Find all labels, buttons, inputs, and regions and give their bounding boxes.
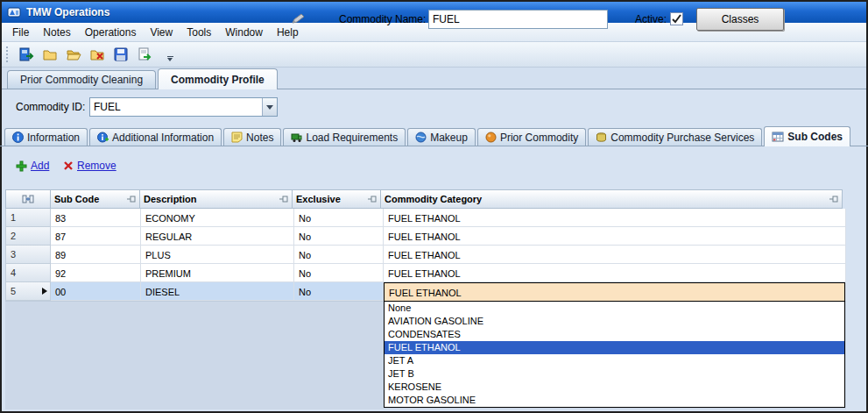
- menu-notes[interactable]: Notes: [36, 23, 77, 41]
- pin-column-icon[interactable]: [279, 195, 288, 203]
- cell-exclusive[interactable]: No: [294, 209, 384, 227]
- edit-pencil-icon[interactable]: [291, 11, 307, 25]
- tab-makeup[interactable]: Makeup: [407, 128, 476, 146]
- menu-help[interactable]: Help: [270, 23, 306, 41]
- row-selector[interactable]: 2: [5, 227, 51, 246]
- row-selector[interactable]: 5: [5, 282, 51, 301]
- menu-view[interactable]: View: [143, 23, 180, 41]
- column-header-commodity-category[interactable]: Commodity Category: [380, 189, 843, 209]
- pin-column-icon[interactable]: [368, 195, 377, 203]
- dropdown-option[interactable]: AVIATION GASOLINE: [385, 315, 844, 328]
- cell-description[interactable]: PREMIUM: [141, 264, 294, 282]
- tab-prior-commodity[interactable]: Prior Commodity: [477, 128, 586, 146]
- column-header-exclusive[interactable]: Exclusive: [292, 189, 381, 209]
- new-folder-icon: [42, 46, 58, 62]
- toolbar-overflow-button[interactable]: [165, 56, 175, 61]
- classes-button[interactable]: Classes: [696, 8, 784, 31]
- column-header-description[interactable]: Description: [139, 189, 293, 209]
- load-requirements-icon: [291, 132, 302, 143]
- commodity-name-input[interactable]: FUEL: [428, 10, 608, 29]
- dropdown-option[interactable]: JET B: [385, 367, 844, 381]
- tab-label: Information: [27, 132, 80, 144]
- commodity-id-value: FUEL: [90, 98, 262, 116]
- cell-commodity-category[interactable]: FUEL ETHANOL: [384, 209, 846, 227]
- dropdown-option[interactable]: MOTOR GASOLINE: [385, 394, 844, 407]
- open-button[interactable]: [63, 44, 84, 65]
- tab-load-requirements[interactable]: Load Requirements: [283, 128, 406, 146]
- row-selector[interactable]: 4: [5, 264, 51, 282]
- cell-sub-code[interactable]: 83: [51, 209, 141, 227]
- tab-commodity-profile[interactable]: Commodity Profile: [158, 68, 278, 89]
- grid-actions-bar: Add Remove: [0, 146, 868, 189]
- row-number: 4: [11, 267, 16, 281]
- exit-icon: [18, 46, 34, 62]
- cell-commodity-category[interactable]: FUEL ETHANOL: [384, 227, 846, 246]
- cell-sub-code[interactable]: 89: [51, 246, 141, 264]
- row-selector[interactable]: 3: [5, 246, 51, 264]
- table-row: 2 87 REGULAR No FUEL ETHANOL: [5, 227, 846, 246]
- tab-label: Makeup: [430, 132, 468, 144]
- menu-tools[interactable]: Tools: [180, 23, 218, 41]
- tab-prior-commodity-cleaning[interactable]: Prior Commodity Cleaning: [7, 70, 156, 89]
- column-chooser-header[interactable]: [5, 189, 51, 209]
- menu-file[interactable]: File: [5, 23, 36, 41]
- tab-label: Load Requirements: [306, 132, 398, 144]
- close-folder-button[interactable]: [87, 44, 108, 65]
- cell-exclusive[interactable]: No: [294, 282, 384, 301]
- prior-commodity-icon: [485, 132, 497, 143]
- dropdown-option[interactable]: None: [385, 302, 844, 315]
- active-checkbox[interactable]: [670, 12, 683, 25]
- commodity-form: Commodity ID: FUEL: [2, 89, 866, 127]
- dropdown-option[interactable]: KEROSENE: [385, 381, 844, 394]
- tab-additional-information[interactable]: Additional Information: [89, 128, 222, 146]
- add-link-group[interactable]: Add: [16, 160, 49, 172]
- dropdown-option[interactable]: JET A: [385, 354, 844, 367]
- cell-sub-code[interactable]: 92: [51, 264, 141, 282]
- row-number: 1: [11, 212, 16, 226]
- column-label: Sub Code: [54, 194, 99, 204]
- dropdown-option-selected[interactable]: FUEL ETHANOL: [385, 341, 844, 354]
- cell-exclusive[interactable]: No: [294, 264, 384, 282]
- cell-description[interactable]: DIESEL: [141, 282, 294, 301]
- tab-notes[interactable]: Notes: [223, 128, 281, 146]
- remove-link-group[interactable]: Remove: [63, 160, 116, 172]
- combo-dropdown-button[interactable]: [262, 98, 277, 116]
- tab-sub-codes[interactable]: Sub Codes: [764, 126, 850, 146]
- commodity-name-label: Commodity Name:: [339, 13, 426, 25]
- tab-information[interactable]: Information: [4, 128, 88, 146]
- save-button[interactable]: [110, 44, 131, 65]
- export-icon: [137, 46, 152, 62]
- remove-x-icon: [63, 160, 74, 171]
- dropdown-option[interactable]: CONDENSATES: [385, 328, 844, 341]
- row-selector[interactable]: 1: [5, 209, 51, 227]
- cell-commodity-category[interactable]: FUEL ETHANOL: [384, 264, 846, 282]
- tab-label: Notes: [246, 132, 273, 144]
- pin-column-icon[interactable]: [127, 195, 136, 203]
- exit-button[interactable]: [16, 44, 37, 65]
- dropdown-editor-value[interactable]: FUEL ETHANOL: [385, 283, 844, 302]
- add-link[interactable]: Add: [31, 160, 49, 172]
- cell-description[interactable]: ECONOMY: [141, 209, 294, 227]
- cell-sub-code[interactable]: 87: [51, 227, 141, 246]
- notes-icon: [231, 132, 243, 143]
- toolbar-grip[interactable]: [6, 46, 10, 62]
- sub-codes-icon: [772, 132, 784, 142]
- column-header-sub-code[interactable]: Sub Code: [50, 189, 140, 209]
- cell-commodity-category[interactable]: FUEL ETHANOL: [384, 246, 846, 264]
- cell-description[interactable]: REGULAR: [141, 227, 294, 246]
- cell-exclusive[interactable]: No: [294, 227, 384, 246]
- remove-link[interactable]: Remove: [77, 160, 116, 172]
- export-button[interactable]: [134, 44, 155, 65]
- tab-label: Commodity Purchase Services: [610, 132, 754, 144]
- tab-commodity-purchase-services[interactable]: Commodity Purchase Services: [588, 128, 762, 146]
- menu-window[interactable]: Window: [218, 23, 270, 41]
- new-button[interactable]: [39, 44, 60, 65]
- menu-operations[interactable]: Operations: [78, 23, 144, 41]
- cell-exclusive[interactable]: No: [294, 246, 384, 264]
- pin-column-icon[interactable]: [829, 195, 838, 203]
- sub-tab-strip: Information Additional Information Notes…: [0, 125, 868, 146]
- cell-description[interactable]: PLUS: [141, 246, 294, 264]
- information-icon: [12, 132, 24, 143]
- commodity-id-combobox[interactable]: FUEL: [89, 97, 278, 117]
- cell-sub-code[interactable]: 00: [51, 282, 141, 301]
